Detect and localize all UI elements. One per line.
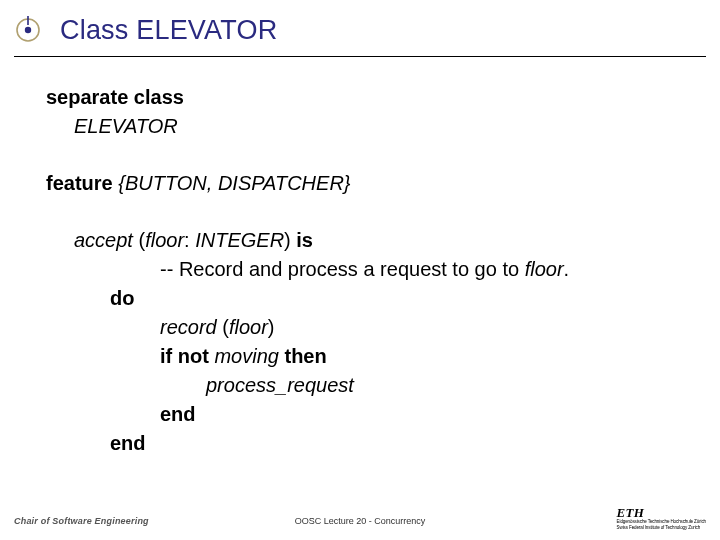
code-line: do xyxy=(110,284,720,313)
eth-logo-text: ETH xyxy=(617,506,706,519)
code-line: accept (floor: INTEGER) is xyxy=(74,226,720,255)
slide-body: separate class ELEVATOR feature {BUTTON,… xyxy=(0,57,720,458)
footer-logo: ETH Eidgenössische Technische Hochschule… xyxy=(617,506,706,530)
bullet-icon xyxy=(14,16,42,44)
eth-subtitle: Swiss Federal Institute of Technology Zu… xyxy=(617,526,706,531)
code-line: end xyxy=(110,429,720,458)
footer-center: OOSC Lecture 20 - Concurrency xyxy=(295,516,426,526)
code-line: end xyxy=(160,400,720,429)
code-line: ELEVATOR xyxy=(74,112,720,141)
code-line: if not moving then xyxy=(160,342,720,371)
svg-point-1 xyxy=(25,27,31,33)
slide-title: Class ELEVATOR xyxy=(60,15,277,46)
eth-subtitle: Eidgenössische Technische Hochschule Zür… xyxy=(617,520,706,525)
slide-title-row: Class ELEVATOR xyxy=(0,0,720,52)
footer-left: Chair of Software Engineering xyxy=(14,516,149,526)
code-line: process_request xyxy=(206,371,720,400)
slide-footer: Chair of Software Engineering OOSC Lectu… xyxy=(0,508,720,534)
code-line: separate class xyxy=(46,83,720,112)
code-line: -- Record and process a request to go to… xyxy=(160,255,720,284)
code-line: feature {BUTTON, DISPATCHER} xyxy=(46,169,720,198)
code-line: record (floor) xyxy=(160,313,720,342)
